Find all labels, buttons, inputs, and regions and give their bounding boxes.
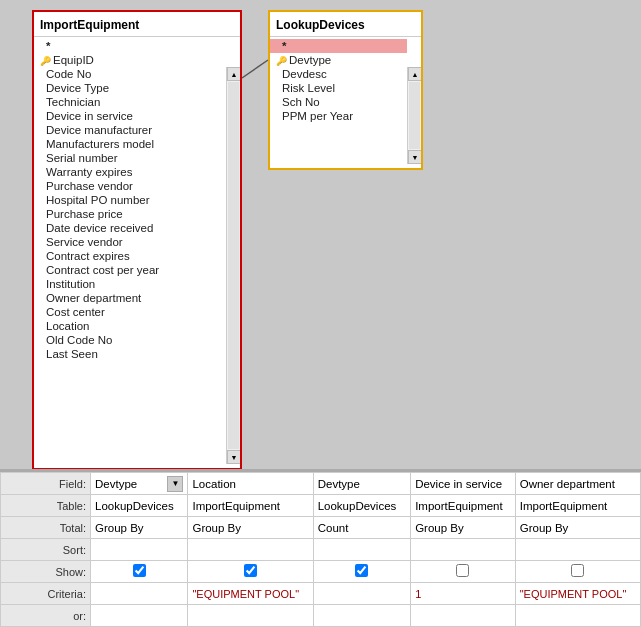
col1-field-text: Devtype: [95, 478, 137, 490]
svg-line-0: [242, 60, 268, 78]
col2-show[interactable]: [188, 561, 313, 583]
col3-field[interactable]: Devtype: [313, 473, 410, 495]
import-equipment-title: ImportEquipment: [34, 16, 240, 37]
col3-sort: [313, 539, 410, 561]
col5-show-checkbox[interactable]: [571, 564, 584, 577]
col4-show-checkbox[interactable]: [456, 564, 469, 577]
lookup-field-risklevel[interactable]: Risk Level: [270, 81, 407, 95]
field-warrantyexpires[interactable]: Warranty expires: [34, 165, 226, 179]
field-costcenter[interactable]: Cost center: [34, 305, 226, 319]
lookup-field-star[interactable]: *: [270, 39, 407, 53]
field-purchasevendor[interactable]: Purchase vendor: [34, 179, 226, 193]
col3-criteria[interactable]: [313, 583, 410, 605]
query-table: Field: Devtype ▼ Location Devtype Device…: [0, 472, 641, 627]
field-contractcostperyear[interactable]: Contract cost per year: [34, 263, 226, 277]
col2-or[interactable]: [188, 605, 313, 627]
lookup-devices-table: LookupDevices * Devtype Devdesc Risk Lev…: [268, 10, 423, 170]
col1-show[interactable]: [91, 561, 188, 583]
col4-field-text: Device in service: [415, 478, 502, 490]
field-datedevicereceived[interactable]: Date device received: [34, 221, 226, 235]
col5-or[interactable]: [515, 605, 640, 627]
col3-show-checkbox[interactable]: [355, 564, 368, 577]
field-institution[interactable]: Institution: [34, 277, 226, 291]
field-lastseen[interactable]: Last Seen: [34, 347, 226, 361]
import-equipment-field-list[interactable]: * EquipID Code No Device Type Technician…: [34, 39, 226, 464]
col5-sort: [515, 539, 640, 561]
field-purchaseprice[interactable]: Purchase price: [34, 207, 226, 221]
total-row: Total: Group By Group By Count Group By …: [1, 517, 641, 539]
table-row: Table: LookupDevices ImportEquipment Loo…: [1, 495, 641, 517]
field-contractexpires[interactable]: Contract expires: [34, 249, 226, 263]
field-technician[interactable]: Technician: [34, 95, 226, 109]
field-devicetype[interactable]: Device Type: [34, 81, 226, 95]
col1-table: LookupDevices: [91, 495, 188, 517]
field-hospitalponumber[interactable]: Hospital PO number: [34, 193, 226, 207]
or-row-label: or:: [1, 605, 91, 627]
show-row: Show:: [1, 561, 641, 583]
field-manufacturersmodel[interactable]: Manufacturers model: [34, 137, 226, 151]
col1-total: Group By: [91, 517, 188, 539]
sort-row: Sort:: [1, 539, 641, 561]
table-row-label: Table:: [1, 495, 91, 517]
field-row-label: Field:: [1, 473, 91, 495]
lookup-devices-title: LookupDevices: [270, 16, 421, 37]
col5-field[interactable]: Owner department: [515, 473, 640, 495]
lookup-scroll-up[interactable]: ▲: [408, 67, 421, 81]
field-equipid[interactable]: EquipID: [34, 53, 226, 67]
field-codeno[interactable]: Code No: [34, 67, 226, 81]
lookup-scroll-down[interactable]: ▼: [408, 150, 421, 164]
col3-field-text: Devtype: [318, 478, 360, 490]
col4-sort: [411, 539, 516, 561]
lookup-field-ppmperyear[interactable]: PPM per Year: [270, 109, 407, 123]
field-star[interactable]: *: [34, 39, 226, 53]
field-devicemanufacturer[interactable]: Device manufacturer: [34, 123, 226, 137]
field-ownerdepartment[interactable]: Owner department: [34, 291, 226, 305]
lookup-field-devtype[interactable]: Devtype: [270, 53, 407, 67]
field-oldcodeno[interactable]: Old Code No: [34, 333, 226, 347]
col1-field[interactable]: Devtype ▼: [91, 473, 188, 495]
col1-criteria[interactable]: [91, 583, 188, 605]
sort-row-label: Sort:: [1, 539, 91, 561]
col4-criteria[interactable]: 1: [411, 583, 516, 605]
col5-criteria[interactable]: "EQUIPMENT POOL": [515, 583, 640, 605]
col4-show[interactable]: [411, 561, 516, 583]
col5-show[interactable]: [515, 561, 640, 583]
col2-total: Group By: [188, 517, 313, 539]
col5-field-text: Owner department: [520, 478, 615, 490]
query-grid: Field: Devtype ▼ Location Devtype Device…: [0, 469, 641, 627]
field-deviceinservice[interactable]: Device in service: [34, 109, 226, 123]
col1-show-checkbox[interactable]: [133, 564, 146, 577]
col3-show[interactable]: [313, 561, 410, 583]
lookup-scrollbar-v[interactable]: ▲ ▼: [407, 67, 421, 164]
or-row: or:: [1, 605, 641, 627]
scroll-up-arrow[interactable]: ▲: [227, 67, 240, 81]
lookup-field-devdesc[interactable]: Devdesc: [270, 67, 407, 81]
col2-table: ImportEquipment: [188, 495, 313, 517]
lookup-devices-field-list[interactable]: * Devtype Devdesc Risk Level Sch No PPM …: [270, 39, 407, 164]
col4-or[interactable]: [411, 605, 516, 627]
field-servicevendor[interactable]: Service vendor: [34, 235, 226, 249]
lookup-scroll-thumb[interactable]: [409, 82, 420, 149]
col3-total: Count: [313, 517, 410, 539]
col1-dropdown-arrow[interactable]: ▼: [167, 476, 183, 492]
import-scrollbar-v[interactable]: ▲ ▼: [226, 67, 240, 464]
scroll-thumb[interactable]: [228, 82, 239, 449]
col2-criteria[interactable]: "EQUIPMENT POOL": [188, 583, 313, 605]
scroll-down-arrow[interactable]: ▼: [227, 450, 240, 464]
total-row-label: Total:: [1, 517, 91, 539]
col2-field[interactable]: Location: [188, 473, 313, 495]
criteria-row: Criteria: "EQUIPMENT POOL" 1 "EQUIPMENT …: [1, 583, 641, 605]
col5-table: ImportEquipment: [515, 495, 640, 517]
field-row: Field: Devtype ▼ Location Devtype Device…: [1, 473, 641, 495]
col1-or[interactable]: [91, 605, 188, 627]
col4-field[interactable]: Device in service: [411, 473, 516, 495]
field-location[interactable]: Location: [34, 319, 226, 333]
col2-sort: [188, 539, 313, 561]
field-serialnumber[interactable]: Serial number: [34, 151, 226, 165]
col2-show-checkbox[interactable]: [244, 564, 257, 577]
col3-or[interactable]: [313, 605, 410, 627]
col4-table: ImportEquipment: [411, 495, 516, 517]
lookup-field-schno[interactable]: Sch No: [270, 95, 407, 109]
col4-total: Group By: [411, 517, 516, 539]
col3-table: LookupDevices: [313, 495, 410, 517]
